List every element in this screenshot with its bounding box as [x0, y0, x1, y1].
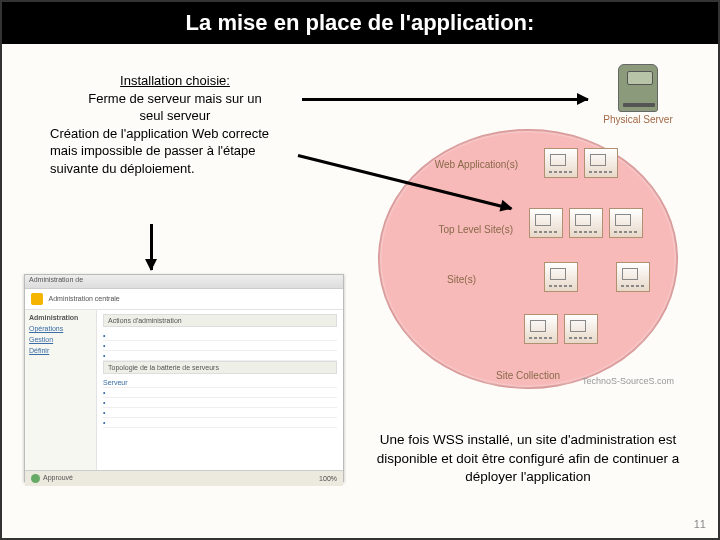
slide-title: La mise en place de l'application: — [2, 2, 718, 44]
status-pct: 100% — [319, 475, 337, 482]
page-icon — [529, 208, 563, 238]
desc-line1: Ferme de serveur mais sur un — [50, 90, 300, 108]
nav-link: Opérations — [29, 325, 92, 332]
server-icon — [618, 64, 658, 112]
page-icon — [584, 148, 618, 178]
webapp-icons — [544, 148, 618, 178]
page-icon — [616, 262, 650, 292]
desc-line2: seul serveur — [50, 107, 300, 125]
col-header: Serveur — [103, 379, 220, 386]
nav-section: Administration — [29, 314, 92, 321]
nav-link: Gestion — [29, 336, 92, 343]
status-text: Approuvé — [43, 474, 73, 481]
site-icons — [524, 314, 598, 344]
admin-sidebar: Administration Opérations Gestion Défini… — [25, 310, 97, 470]
page-number: 11 — [694, 518, 706, 530]
admin-title: Administration centrale — [49, 295, 120, 302]
page-icon — [544, 262, 578, 292]
site-collection-ellipse — [378, 129, 678, 389]
desc-paragraph: Création de l'application Web correcte m… — [50, 125, 300, 178]
nav-link: Définir — [29, 347, 92, 354]
layer-toplevel: Top Level Site(s) — [439, 224, 513, 235]
slide-content: Installation choisie: Ferme de serveur m… — [2, 44, 718, 536]
description-block: Installation choisie: Ferme de serveur m… — [50, 72, 300, 177]
admin-breadcrumb: Administration de — [25, 275, 343, 289]
diagram-watermark: TechnoS-SourceS.com — [582, 376, 674, 386]
physical-server: Physical Server — [588, 64, 688, 125]
bottom-caption: Une fois WSS installé, un site d'adminis… — [368, 431, 688, 486]
section-header: Actions d'administration — [103, 314, 337, 327]
admin-screenshot: Administration de Administration central… — [24, 274, 344, 482]
toplevel-icons — [529, 208, 643, 238]
layer-webapp: Web Application(s) — [435, 159, 518, 170]
page-icon — [564, 314, 598, 344]
admin-header: Administration centrale — [25, 289, 343, 310]
server-label: Physical Server — [588, 114, 688, 125]
arrow-to-screenshot — [150, 224, 153, 270]
sharepoint-icon — [31, 293, 43, 305]
page-icon — [569, 208, 603, 238]
layer-sites: Site(s) — [447, 274, 476, 285]
status-dot-icon — [31, 474, 40, 483]
admin-main: Actions d'administration • • • Topologie… — [97, 310, 343, 470]
arrow-to-server — [302, 98, 588, 101]
site-icons — [544, 262, 578, 292]
desc-heading: Installation choisie: — [50, 72, 300, 90]
section-header: Topologie de la batterie de serveurs — [103, 361, 337, 374]
admin-status-bar: Approuvé 100% — [25, 470, 343, 486]
page-icon — [544, 148, 578, 178]
page-icon — [524, 314, 558, 344]
layer-collection: Site Collection — [496, 370, 560, 381]
site-icons — [616, 262, 650, 292]
page-icon — [609, 208, 643, 238]
